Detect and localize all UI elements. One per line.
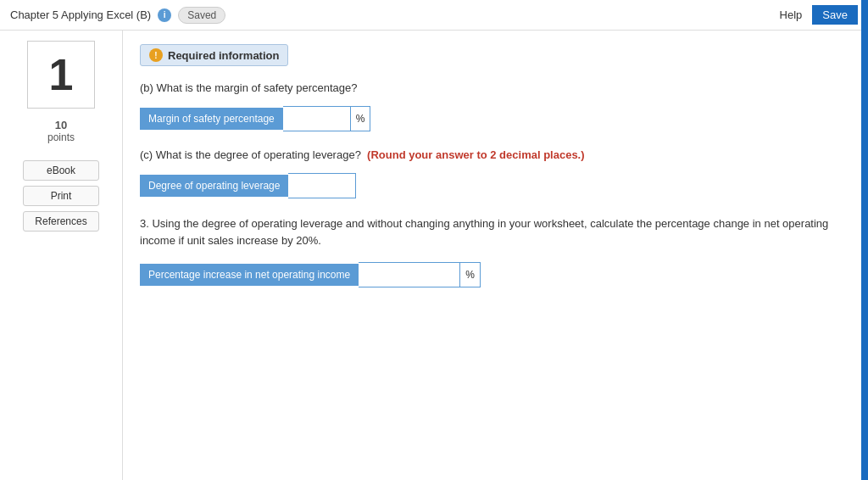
margin-safety-label: Margin of safety percentage bbox=[140, 108, 283, 130]
round-note: (Round your answer to 2 decimal places.) bbox=[367, 148, 584, 161]
top-bar: Chapter 5 Applying Excel (B) i Saved Hel… bbox=[0, 0, 868, 31]
help-link[interactable]: Help bbox=[780, 8, 803, 21]
main-layout: 1 10 points eBook Print References ! Req… bbox=[0, 31, 868, 480]
saved-badge: Saved bbox=[178, 7, 225, 24]
top-bar-right: Help Save bbox=[780, 5, 858, 25]
save-button[interactable]: Save bbox=[812, 5, 858, 25]
section-c-question: (c) What is the degree of operating leve… bbox=[140, 148, 851, 161]
print-button[interactable]: Print bbox=[23, 186, 99, 206]
ebook-button[interactable]: eBook bbox=[23, 160, 99, 181]
content-area: ! Required information (b) What is the m… bbox=[123, 31, 868, 480]
left-sidebar: 1 10 points eBook Print References bbox=[0, 31, 123, 480]
question-number-box: 1 bbox=[27, 41, 95, 109]
top-bar-left: Chapter 5 Applying Excel (B) i Saved bbox=[10, 7, 225, 24]
points-value: 10 bbox=[47, 119, 75, 131]
margin-safety-unit: % bbox=[351, 106, 371, 131]
question-number: 1 bbox=[49, 49, 74, 100]
pct-increase-unit: % bbox=[460, 262, 481, 287]
points-text: points bbox=[47, 131, 75, 143]
blue-panel-right bbox=[861, 0, 868, 480]
section-b-input-row: Margin of safety percentage % bbox=[140, 106, 851, 131]
pct-increase-label: Percentage increase in net operating inc… bbox=[140, 264, 359, 286]
section-3-input-row: Percentage increase in net operating inc… bbox=[140, 262, 851, 287]
section-3-text: 3. Using the degree of operating leverag… bbox=[140, 215, 835, 248]
required-info-label: Required information bbox=[168, 49, 279, 62]
info-icon[interactable]: i bbox=[158, 8, 171, 22]
degree-operating-label: Degree of operating leverage bbox=[140, 175, 288, 197]
page-title: Chapter 5 Applying Excel (B) bbox=[10, 8, 151, 21]
required-info-icon: ! bbox=[149, 48, 163, 62]
pct-increase-input[interactable] bbox=[359, 262, 460, 287]
required-info-badge: ! Required information bbox=[140, 44, 288, 66]
points-label: 10 points bbox=[47, 119, 75, 143]
degree-operating-input[interactable] bbox=[288, 173, 356, 198]
section-c-input-row: Degree of operating leverage bbox=[140, 173, 851, 198]
section-b-question: (b) What is the margin of safety percent… bbox=[140, 81, 851, 94]
margin-safety-input[interactable] bbox=[283, 106, 351, 131]
references-button[interactable]: References bbox=[23, 211, 99, 232]
